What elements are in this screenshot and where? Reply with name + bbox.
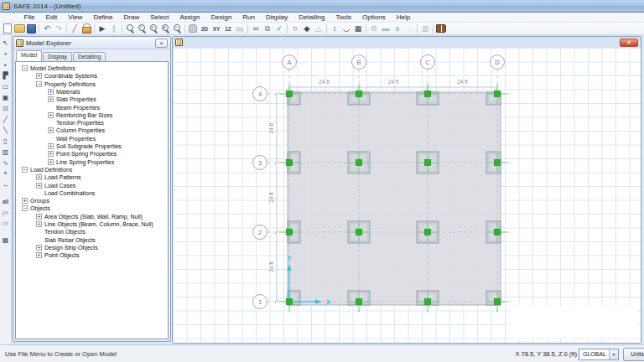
draw-beam-button[interactable]: ╱ — [0, 114, 11, 124]
show-loads-button[interactable]: ◆ — [301, 23, 313, 34]
lock-model-button[interactable] — [80, 23, 92, 34]
tree-item-design-strip-objects[interactable]: +Design Strip Objects — [36, 244, 98, 251]
tree-expander-design-strip-objects[interactable]: + — [36, 245, 42, 251]
column-point-D4[interactable] — [495, 91, 501, 97]
tree-item-beam-properties[interactable]: Beam Properties — [48, 104, 100, 111]
select-pointer-button[interactable]: ↖ — [0, 38, 11, 48]
new-model-button[interactable] — [2, 23, 13, 34]
tab-display[interactable]: Display — [43, 52, 72, 61]
tree-item-line-objects-beam-column-brace-null[interactable]: +Line Objects (Beam, Column, Brace, Null… — [36, 220, 153, 228]
tree-expander-load-patterns[interactable]: + — [36, 174, 42, 180]
menu-file[interactable]: File — [18, 13, 40, 23]
coordinate-system-dropdown[interactable]: GLOBAL ▼ — [579, 349, 619, 360]
tree-expander-model-definitions[interactable]: − — [22, 65, 28, 71]
column-point-C2[interactable] — [425, 230, 431, 235]
show-picture-button[interactable]: ▦ — [352, 23, 364, 34]
draw-opening-button[interactable]: ⊡ — [0, 103, 11, 113]
tree-expander-soil-subgrade-properties[interactable]: + — [48, 143, 54, 149]
menu-define[interactable]: Define — [88, 13, 118, 23]
column-point-B3[interactable] — [356, 160, 362, 166]
model-canvas[interactable]: 24 ft24 ft24 ft24 ft24 ft24 ftABCD4321YX — [173, 48, 641, 343]
menu-tools[interactable]: Tools — [330, 13, 357, 23]
strip-forces-button[interactable]: ▬ — [380, 23, 392, 34]
tree-item-column-properties[interactable]: +Column Properties — [48, 127, 105, 134]
show-deformed-button[interactable]: △ — [313, 23, 325, 34]
draw-rect-slab-button[interactable]: ▭ — [0, 81, 11, 91]
tree-expander-point-objects[interactable]: + — [36, 252, 42, 258]
view-plan-xy-button[interactable]: XY — [210, 23, 222, 34]
punching-shear-button[interactable]: B — [392, 23, 403, 34]
tree-expander-load-cases[interactable]: + — [36, 183, 42, 189]
pause-analysis-button[interactable]: ∥ — [108, 23, 120, 34]
column-point-B2[interactable] — [356, 230, 362, 235]
tab-model[interactable]: Model — [16, 50, 42, 61]
slab-object[interactable] — [288, 92, 501, 305]
column-point-D2[interactable] — [495, 230, 501, 235]
rubber-band-zoom-button[interactable] — [124, 23, 136, 34]
show-tables-button[interactable]: ▥ — [419, 23, 431, 34]
tree-item-point-objects[interactable]: +Point Objects — [36, 251, 80, 259]
column-point-A4[interactable] — [287, 91, 293, 97]
menu-draw[interactable]: Draw — [118, 13, 145, 23]
tree-item-load-cases[interactable]: +Load Cases — [36, 182, 75, 189]
draw-quick-beam-button[interactable]: ╲ — [0, 125, 11, 135]
tree-expander-slab-properties[interactable]: + — [48, 96, 54, 102]
window-titlebar[interactable]: SAFE 2014 - (Untitled) — [0, 0, 644, 13]
tree-item-reinforcing-bar-sizes[interactable]: +Reinforcing Bar Sizes — [48, 111, 112, 119]
restore-full-view-button[interactable]: ▫ — [136, 23, 148, 34]
menu-run[interactable]: Run — [237, 13, 261, 23]
zoom-in-button[interactable]: + — [159, 23, 171, 34]
menu-design[interactable]: Design — [205, 13, 237, 23]
rotate-view-button[interactable]: (o) — [234, 23, 246, 34]
model-explorer-titlebar[interactable]: Model Explorer × — [13, 37, 170, 49]
draw-slab-button[interactable]: ▛ — [0, 70, 11, 80]
show-undeformed-button[interactable]: ○ — [289, 23, 301, 34]
column-point-A2[interactable] — [287, 230, 293, 235]
tree-expander-load-definitions[interactable]: − — [22, 167, 28, 173]
tree-item-load-combinations[interactable]: Load Combinations — [36, 189, 95, 197]
tree-expander-materials[interactable]: + — [48, 89, 54, 95]
model-view-close-button[interactable]: × — [620, 39, 638, 47]
move-up-down-button[interactable]: ↕ — [329, 23, 340, 34]
tree-item-area-objects-slab-wall-ramp-null[interactable]: +Area Objects (Slab, Wall, Ramp, Null) — [36, 213, 143, 220]
menu-view[interactable]: View — [63, 13, 88, 23]
report-writer-button[interactable] — [435, 23, 447, 34]
tree-item-slab-properties[interactable]: +Slab Properties — [48, 96, 96, 103]
tree-item-groups[interactable]: +Groups — [22, 197, 49, 204]
undo-button[interactable]: ↶ — [41, 23, 53, 34]
tree-expander-line-objects-beam-column-brace-null[interactable]: + — [36, 221, 42, 227]
previous-selection-button[interactable]: ps — [0, 207, 11, 217]
menu-detailing[interactable]: Detailing — [293, 13, 330, 23]
tree-item-objects[interactable]: −Objects — [22, 204, 50, 212]
perspective-toggle-button[interactable]: ∞ — [250, 23, 262, 34]
section-cut-button[interactable]: ◌ — [403, 23, 415, 34]
object-shrink-button[interactable]: ⧉ — [262, 23, 273, 34]
previous-zoom-button[interactable]: ‹ — [148, 23, 159, 34]
tree-expander-line-spring-properties[interactable]: + — [48, 159, 54, 165]
model-explorer-close-button[interactable]: × — [155, 39, 168, 48]
tree-expander-area-objects-slab-wall-ramp-null[interactable]: + — [36, 214, 42, 220]
units-button[interactable]: Units... — [623, 348, 644, 361]
detailing-tool-button[interactable]: ⚙ — [368, 23, 380, 34]
menu-select[interactable]: Select — [145, 13, 174, 23]
tree-expander-reinforcing-bar-sizes[interactable]: + — [48, 112, 54, 118]
column-point-D3[interactable] — [495, 160, 501, 166]
zoom-out-button[interactable]: - — [171, 23, 183, 34]
draw-design-strip-button[interactable]: ⌖ — [0, 168, 11, 178]
tree-expander-property-definitions[interactable]: − — [36, 81, 42, 87]
column-point-D1[interactable] — [495, 299, 501, 305]
tree-item-load-definitions[interactable]: −Load Definitions — [22, 166, 72, 173]
tree-expander-column-properties[interactable]: + — [48, 127, 54, 133]
menu-help[interactable]: Help — [391, 13, 415, 23]
tree-item-wall-properties[interactable]: Wall Properties — [48, 135, 96, 142]
tree-item-soil-subgrade-properties[interactable]: +Soil Subgrade Properties — [48, 142, 122, 150]
draw-point-button[interactable]: ▪ — [0, 59, 11, 70]
tree-expander-point-spring-properties[interactable]: + — [48, 151, 54, 157]
menu-assign[interactable]: Assign — [174, 13, 205, 23]
tree-expander-coordinate-systems[interactable]: + — [36, 73, 42, 79]
clear-selection-button[interactable]: clr — [0, 218, 11, 228]
run-analysis-button[interactable]: ▶ — [96, 23, 108, 34]
pan-button[interactable] — [187, 23, 199, 34]
redo-button[interactable]: ↷ — [53, 23, 65, 34]
column-point-B1[interactable] — [356, 299, 362, 305]
